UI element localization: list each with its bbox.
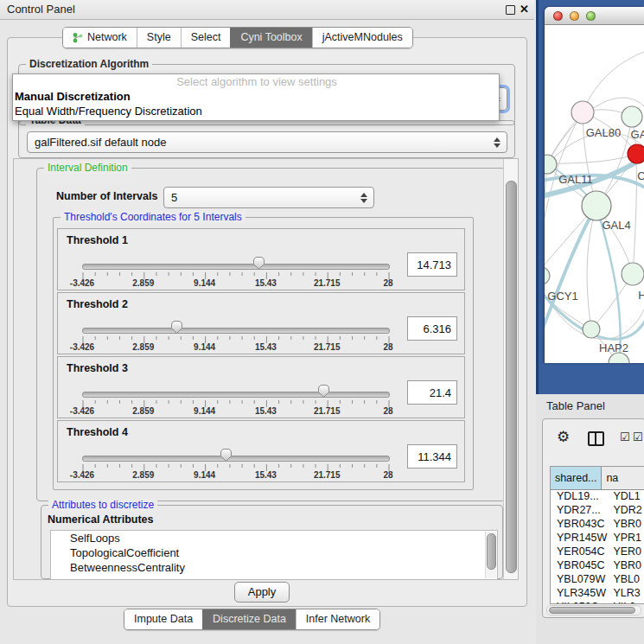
- column-header-shared[interactable]: shared...: [551, 467, 602, 489]
- tab-network[interactable]: Network: [63, 28, 137, 48]
- gear-icon[interactable]: ⚙: [557, 428, 570, 446]
- tab-select[interactable]: Select: [181, 28, 231, 48]
- interval-definition-title: Interval Definition: [44, 162, 131, 174]
- threshold-slider-track[interactable]: [82, 328, 390, 334]
- bottom-tab-label: Impute Data: [134, 609, 193, 629]
- threshold-slider-track[interactable]: [82, 392, 390, 398]
- table-row[interactable]: YBR045CYBR0: [551, 559, 644, 573]
- network-node[interactable]: [571, 101, 594, 124]
- table-row[interactable]: YBR043CYBR0: [551, 518, 644, 532]
- discretization-algorithm-title: Discretization Algorithm: [26, 58, 152, 70]
- threshold-slider-track[interactable]: [82, 456, 390, 462]
- cell-shared-name: YPR145W: [551, 532, 609, 545]
- column-header-na[interactable]: na: [602, 467, 644, 489]
- network-window: GAL80GAGAL11CGAL4GCY1HHAP2: [545, 7, 644, 363]
- threshold-value-field[interactable]: 14.713: [407, 252, 457, 277]
- cell-shared-name: YIL052C: [551, 601, 609, 604]
- settings-scroll-area: Interval Definition Number of Intervals …: [13, 158, 519, 580]
- network-node[interactable]: [622, 263, 644, 285]
- checkbox-icon[interactable]: ☑: [633, 430, 643, 443]
- node-label: HAP2: [599, 341, 628, 354]
- num-intervals-select[interactable]: 5: [163, 187, 374, 208]
- table-row[interactable]: YLR345WYLR3: [551, 587, 644, 601]
- slider-tick-label: 9.144: [186, 342, 224, 352]
- table-row[interactable]: YPR145WYPR1: [551, 532, 644, 545]
- table-data-select[interactable]: galFiltered.sif default node: [27, 131, 507, 153]
- network-canvas[interactable]: GAL80GAGAL11CGAL4GCY1HHAP2: [545, 24, 644, 363]
- combo-stepper-icon[interactable]: [494, 137, 501, 148]
- tab-cyni-toolbox[interactable]: Cyni Toolbox: [230, 28, 311, 48]
- bottom-tab-impute-data[interactable]: Impute Data: [124, 609, 202, 629]
- threshold-value-field[interactable]: 21.4: [407, 380, 457, 405]
- attributes-scrollbar[interactable]: [485, 532, 496, 578]
- network-node[interactable]: [622, 106, 642, 127]
- tab-label: Select: [191, 28, 221, 48]
- attribute-item-selfloops[interactable]: SelfLoops: [51, 531, 497, 545]
- table-panel: ⚙ ☑ ☑ shared...na YDL19...YDL1YDR27...YD…: [542, 418, 644, 618]
- dropdown-option-manual-discretization[interactable]: Manual Discretization: [13, 89, 499, 104]
- checkbox-icon[interactable]: ☑: [620, 430, 630, 443]
- slider-tick-label: 21.715: [308, 278, 346, 288]
- table-hscrollbar[interactable]: [546, 605, 641, 615]
- tab-style[interactable]: Style: [137, 28, 181, 48]
- slider-tick-label: 28: [369, 470, 407, 480]
- column-split-icon[interactable]: [588, 431, 604, 446]
- threshold-panel-1: Threshold 1-3.4262.8599.14415.4321.71528…: [57, 228, 465, 290]
- traffic-light-close-icon[interactable]: [553, 11, 563, 21]
- table-row[interactable]: YER054CYER0: [551, 545, 644, 559]
- slider-tick-label: 15.43: [246, 342, 284, 352]
- cell-shared-name: YBR043C: [551, 518, 609, 532]
- settings-scrollbar[interactable]: [503, 159, 519, 579]
- dropdown-option-equal-width-frequency-discretization[interactable]: Equal Width/Frequency Discretization: [13, 104, 499, 118]
- cell-name: YBR0: [609, 559, 644, 573]
- control-panel-titlebar: Control Panel ✕: [0, 0, 534, 20]
- numerical-attributes-list[interactable]: SelfLoopsTopologicalCoefficientBetweenne…: [50, 530, 498, 580]
- cell-shared-name: YLR345W: [551, 587, 609, 601]
- bottom-tab-label: Discretize Data: [213, 609, 286, 629]
- network-node[interactable]: [545, 155, 557, 174]
- float-window-icon[interactable]: [506, 5, 515, 15]
- table-row[interactable]: YBL079WYBL0: [551, 573, 644, 587]
- attribute-item-topologicalcoefficient[interactable]: TopologicalCoefficient: [51, 545, 497, 560]
- network-window-titlebar[interactable]: [545, 7, 644, 25]
- threshold-panel-4: Threshold 4-3.4262.8599.14415.4321.71528…: [57, 420, 465, 482]
- slider-tick-label: 28: [369, 278, 407, 288]
- network-node[interactable]: [582, 191, 611, 220]
- top-tab-bar: NetworkStyleSelectCyni ToolboxjActiveMNo…: [62, 27, 413, 48]
- control-panel-title: Control Panel: [7, 3, 75, 16]
- node-label: H: [638, 289, 644, 302]
- threshold-slider-thumb[interactable]: [170, 320, 183, 335]
- num-intervals-value: 5: [171, 191, 177, 204]
- table-hscrollbar-thumb[interactable]: [549, 607, 635, 614]
- combo-stepper-icon[interactable]: [360, 193, 367, 203]
- threshold-slider-track[interactable]: [82, 264, 390, 270]
- traffic-light-minimize-icon[interactable]: [570, 11, 579, 21]
- slider-tick-label: 2.859: [124, 278, 163, 288]
- table-body: YDL19...YDL1YDR27...YDR2YBR043CYBR0YPR14…: [551, 490, 644, 604]
- threshold-slider-thumb[interactable]: [252, 256, 265, 271]
- apply-button[interactable]: Apply: [234, 582, 290, 603]
- table-row[interactable]: YDR27...YDR2: [551, 504, 644, 518]
- slider-tick-label: 21.715: [308, 470, 346, 480]
- attribute-item-betweennesscentrality[interactable]: BetweennessCentrality: [51, 560, 497, 575]
- thresholds-group: Threshold's Coordinates for 5 Intervals …: [53, 217, 474, 490]
- cyni-toolbox-content: Discretization Algorithm Select algorith…: [7, 37, 527, 607]
- network-node[interactable]: [545, 267, 550, 284]
- threshold-slider-thumb[interactable]: [220, 448, 233, 462]
- tab-jactivemnodules[interactable]: jActiveMNodules: [312, 28, 412, 48]
- bottom-tab-discretize-data[interactable]: Discretize Data: [202, 609, 296, 629]
- network-node[interactable]: [583, 321, 600, 338]
- table-row[interactable]: YIL052CYIL0: [551, 601, 644, 604]
- node-label: GAL4: [602, 219, 630, 232]
- bottom-tab-infer-network[interactable]: Infer Network: [296, 609, 379, 629]
- traffic-light-zoom-icon[interactable]: [586, 11, 596, 21]
- table-row[interactable]: YDL19...YDL1: [551, 490, 644, 504]
- network-nodes[interactable]: [545, 101, 644, 363]
- attributes-scrollbar-thumb[interactable]: [487, 533, 496, 570]
- threshold-value-field[interactable]: 6.316: [407, 316, 457, 341]
- network-node[interactable]: [628, 144, 644, 163]
- settings-scrollbar-thumb[interactable]: [506, 181, 517, 573]
- close-icon[interactable]: ✕: [520, 3, 529, 16]
- threshold-value-field[interactable]: 11.344: [407, 444, 457, 469]
- threshold-slider-thumb[interactable]: [317, 384, 330, 399]
